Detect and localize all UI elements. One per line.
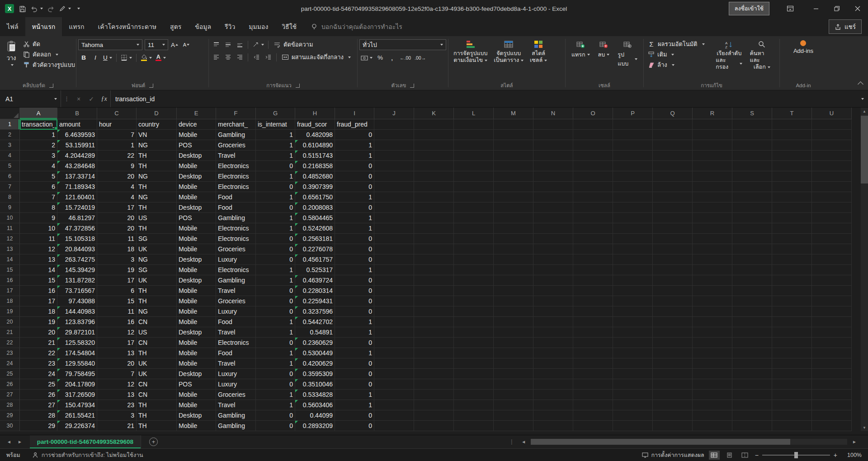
cell-R19[interactable] (693, 306, 732, 317)
cell-P21[interactable] (613, 327, 653, 338)
cell-G18[interactable]: 0 (256, 296, 295, 306)
cell-D13[interactable]: UK (137, 244, 177, 254)
font-dialog-launcher-icon[interactable] (149, 84, 153, 88)
cell-G29[interactable]: 0 (256, 410, 295, 421)
cell-R16[interactable] (693, 275, 732, 286)
cell-G17[interactable]: 0 (256, 286, 295, 296)
cell-C15[interactable]: 19 (97, 265, 137, 275)
cell-U26[interactable] (812, 379, 852, 390)
next-sheet-icon[interactable]: ► (14, 439, 25, 444)
align-center-icon[interactable] (222, 52, 233, 62)
cell-U18[interactable] (812, 296, 852, 306)
cell-Q10[interactable] (653, 213, 693, 223)
row-header-2[interactable]: 2 (0, 130, 20, 140)
cell-R14[interactable] (693, 254, 732, 265)
cell-J21[interactable] (374, 327, 414, 338)
cell-S29[interactable] (732, 410, 772, 421)
cell-H27[interactable]: 0.5334828 (295, 390, 335, 400)
cell-U3[interactable] (812, 140, 852, 151)
save-icon[interactable] (19, 5, 26, 12)
cell-O15[interactable] (573, 265, 613, 275)
font-size-select[interactable]: 11 (145, 39, 168, 50)
cell-S18[interactable] (732, 296, 772, 306)
cell-T29[interactable] (772, 410, 812, 421)
column-header-G[interactable]: G (256, 108, 295, 119)
cell-E16[interactable]: Desktop (177, 275, 216, 286)
cell-Q22[interactable] (653, 338, 693, 348)
cell-F12[interactable]: Electronics (216, 234, 256, 244)
cell-J25[interactable] (374, 369, 414, 379)
zoom-track[interactable] (762, 455, 830, 456)
cell-T24[interactable] (772, 358, 812, 369)
borders-button[interactable] (119, 52, 133, 63)
cell-O29[interactable] (573, 410, 613, 421)
cell-C30[interactable]: 21 (97, 421, 137, 431)
cell-G19[interactable]: 0 (256, 306, 295, 317)
format-painter-button[interactable]: ตัวคัดวางรูปแบบ (21, 60, 77, 70)
cell-H12[interactable]: 0.2563181 (295, 234, 335, 244)
cell-J30[interactable] (374, 421, 414, 431)
cell-J9[interactable] (374, 202, 414, 213)
cell-N4[interactable] (533, 151, 573, 161)
cell-Q12[interactable] (653, 234, 693, 244)
cell-F15[interactable]: Electronics (216, 265, 256, 275)
cell-U14[interactable] (812, 254, 852, 265)
cell-A6[interactable]: 5 (20, 171, 57, 182)
cell-A14[interactable]: 13 (20, 254, 57, 265)
cell-L1[interactable] (454, 119, 494, 130)
cell-I26[interactable]: 0 (335, 379, 374, 390)
cell-J22[interactable] (374, 338, 414, 348)
cell-M22[interactable] (494, 338, 533, 348)
cell-A10[interactable]: 9 (20, 213, 57, 223)
cell-D19[interactable]: NG (137, 306, 177, 317)
cell-K3[interactable] (414, 140, 454, 151)
cell-O27[interactable] (573, 390, 613, 400)
cell-N10[interactable] (533, 213, 573, 223)
row-header-22[interactable]: 22 (0, 338, 20, 348)
cell-J2[interactable] (374, 130, 414, 140)
cell-U23[interactable] (812, 348, 852, 358)
cell-E12[interactable]: Mobile (177, 234, 216, 244)
row-header-15[interactable]: 15 (0, 265, 20, 275)
cell-C21[interactable]: 12 (97, 327, 137, 338)
cell-Q14[interactable] (653, 254, 693, 265)
cell-G4[interactable]: 1 (256, 151, 295, 161)
cell-H28[interactable]: 0.5603406 (295, 400, 335, 410)
cell-U16[interactable] (812, 275, 852, 286)
cell-C17[interactable]: 6 (97, 286, 137, 296)
cell-D9[interactable]: TH (137, 202, 177, 213)
cell-Q7[interactable] (653, 182, 693, 192)
horizontal-scroll-track[interactable] (531, 439, 847, 445)
cell-F9[interactable]: Food (216, 202, 256, 213)
cell-T26[interactable] (772, 379, 812, 390)
cell-D29[interactable]: TH (137, 410, 177, 421)
cell-G5[interactable]: 0 (256, 161, 295, 171)
cell-H11[interactable]: 0.5242608 (295, 223, 335, 234)
cell-P28[interactable] (613, 400, 653, 410)
cell-R1[interactable] (693, 119, 732, 130)
cell-U2[interactable] (812, 130, 852, 140)
cell-N8[interactable] (533, 192, 573, 202)
cell-D11[interactable]: TH (137, 223, 177, 234)
cell-P4[interactable] (613, 151, 653, 161)
cell-F10[interactable]: Gambling (216, 213, 256, 223)
cell-J12[interactable] (374, 234, 414, 244)
cell-L5[interactable] (454, 161, 494, 171)
cell-E22[interactable]: Mobile (177, 338, 216, 348)
cell-S25[interactable] (732, 369, 772, 379)
cell-K24[interactable] (414, 358, 454, 369)
cell-P7[interactable] (613, 182, 653, 192)
cell-K30[interactable] (414, 421, 454, 431)
cell-Q18[interactable] (653, 296, 693, 306)
cell-E4[interactable]: Desktop (177, 151, 216, 161)
cell-I1[interactable]: fraud_pred (335, 119, 374, 130)
cell-A3[interactable]: 2 (20, 140, 57, 151)
cell-Q17[interactable] (653, 286, 693, 296)
cell-P22[interactable] (613, 338, 653, 348)
cell-L2[interactable] (454, 130, 494, 140)
cell-Q8[interactable] (653, 192, 693, 202)
cell-E5[interactable]: Mobile (177, 161, 216, 171)
cell-Q2[interactable] (653, 130, 693, 140)
cell-H25[interactable]: 0.3595309 (295, 369, 335, 379)
cell-P29[interactable] (613, 410, 653, 421)
